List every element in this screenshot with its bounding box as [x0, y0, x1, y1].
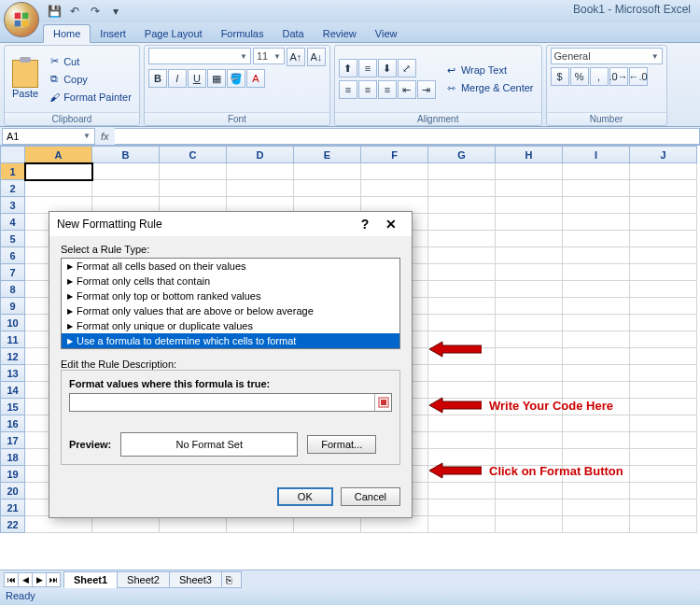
cell[interactable] — [496, 499, 563, 516]
sheet-tab[interactable]: Sheet1 — [63, 571, 118, 588]
cell[interactable] — [496, 180, 563, 197]
cell[interactable] — [563, 197, 630, 214]
cell[interactable] — [630, 298, 697, 315]
range-picker-icon[interactable] — [374, 394, 391, 411]
rule-option[interactable]: ▶Format all cells based on their values — [62, 259, 399, 274]
cell[interactable] — [496, 264, 563, 281]
help-button[interactable]: ? — [352, 215, 378, 233]
cell[interactable] — [630, 180, 697, 197]
tab-view[interactable]: View — [366, 25, 407, 42]
column-header[interactable]: B — [92, 147, 160, 163]
rule-option[interactable]: ▶Format only cells that contain — [62, 274, 399, 288]
number-format-combo[interactable]: General▼ — [551, 48, 663, 64]
cell[interactable] — [92, 516, 160, 533]
currency-button[interactable]: $ — [551, 67, 569, 86]
cell[interactable] — [428, 180, 496, 197]
column-header[interactable]: J — [630, 147, 697, 163]
font-name-combo[interactable]: ▼ — [148, 48, 251, 64]
cell[interactable] — [563, 247, 630, 264]
row-header[interactable]: 16 — [1, 415, 25, 432]
cell[interactable] — [496, 365, 563, 382]
fx-icon[interactable]: fx — [101, 131, 109, 142]
sheet-nav-first[interactable]: ⏮ — [4, 572, 19, 587]
cell[interactable] — [496, 247, 563, 264]
shrink-font-button[interactable]: A↓ — [307, 48, 326, 66]
column-header[interactable]: A — [25, 147, 92, 163]
cell[interactable] — [630, 499, 697, 516]
name-box[interactable]: A1▼ — [2, 128, 95, 145]
cell[interactable] — [563, 365, 630, 382]
cell[interactable] — [25, 180, 92, 197]
cell[interactable] — [630, 197, 697, 214]
cell[interactable] — [496, 281, 563, 298]
cell[interactable] — [630, 348, 697, 365]
cell[interactable] — [227, 180, 294, 197]
cell[interactable] — [563, 348, 630, 365]
tab-insert[interactable]: Insert — [91, 25, 135, 42]
fill-color-button[interactable]: 🪣 — [227, 69, 245, 88]
rule-type-listbox[interactable]: ▶Format all cells based on their values … — [61, 258, 400, 349]
save-icon[interactable]: 💾 — [47, 4, 62, 19]
cell[interactable] — [630, 432, 697, 449]
cell[interactable] — [630, 331, 697, 348]
column-header[interactable]: E — [294, 147, 361, 163]
percent-button[interactable]: % — [570, 67, 589, 86]
cell[interactable] — [294, 163, 361, 180]
tab-data[interactable]: Data — [273, 25, 313, 42]
format-painter-button[interactable]: 🖌Format Painter — [44, 89, 135, 106]
align-left-button[interactable]: ≡ — [339, 80, 357, 99]
row-header[interactable]: 20 — [1, 483, 25, 499]
row-header[interactable]: 8 — [1, 281, 25, 298]
cell[interactable] — [630, 382, 697, 399]
border-button[interactable]: ▦ — [207, 69, 226, 88]
cut-button[interactable]: ✂Cut — [44, 53, 135, 70]
cell[interactable] — [294, 516, 361, 533]
align-right-button[interactable]: ≡ — [378, 80, 397, 99]
row-header[interactable]: 15 — [1, 399, 25, 415]
copy-button[interactable]: ⧉Copy — [44, 71, 135, 88]
inc-decimal-button[interactable]: .0→ — [609, 67, 628, 86]
row-header[interactable]: 19 — [1, 466, 25, 483]
cell[interactable] — [428, 483, 496, 499]
cell[interactable] — [428, 365, 496, 382]
cell[interactable] — [428, 214, 496, 231]
cell[interactable] — [428, 264, 496, 281]
tab-page-layout[interactable]: Page Layout — [135, 25, 212, 42]
rule-option[interactable]: ▶Format only unique or duplicate values — [62, 318, 399, 333]
cell[interactable] — [294, 180, 361, 197]
row-header[interactable]: 12 — [1, 348, 25, 365]
cell[interactable] — [496, 432, 563, 449]
column-header[interactable]: I — [563, 147, 630, 163]
cell[interactable] — [428, 163, 496, 180]
cell[interactable] — [496, 415, 563, 432]
cell[interactable] — [428, 415, 496, 432]
row-header[interactable]: 6 — [1, 247, 25, 264]
cell[interactable] — [496, 298, 563, 315]
cell[interactable] — [563, 163, 630, 180]
grow-font-button[interactable]: A↑ — [287, 48, 305, 66]
cell[interactable] — [428, 315, 496, 331]
office-button[interactable] — [4, 2, 39, 37]
cell[interactable] — [630, 466, 697, 483]
cell[interactable] — [563, 281, 630, 298]
close-button[interactable]: ✕ — [378, 215, 404, 233]
cell[interactable] — [428, 432, 496, 449]
font-color-button[interactable]: A — [246, 69, 265, 88]
cell[interactable] — [630, 315, 697, 331]
cell[interactable] — [361, 163, 428, 180]
bold-button[interactable]: B — [148, 69, 167, 88]
cell[interactable] — [25, 516, 92, 533]
cell[interactable] — [25, 163, 92, 180]
qat-dropdown-icon[interactable]: ▾ — [108, 4, 123, 19]
orientation-button[interactable]: ⤢ — [398, 59, 416, 77]
dec-decimal-button[interactable]: ←.0 — [629, 67, 648, 86]
cell[interactable] — [227, 516, 294, 533]
row-header[interactable]: 17 — [1, 432, 25, 449]
cell[interactable] — [630, 365, 697, 382]
cancel-button[interactable]: Cancel — [341, 487, 400, 506]
formula-input-field[interactable] — [69, 393, 392, 412]
rule-option[interactable]: ▶Format only top or bottom ranked values — [62, 288, 399, 303]
cell[interactable] — [563, 264, 630, 281]
format-button[interactable]: Format... — [307, 435, 376, 454]
redo-icon[interactable]: ↷ — [88, 4, 103, 19]
